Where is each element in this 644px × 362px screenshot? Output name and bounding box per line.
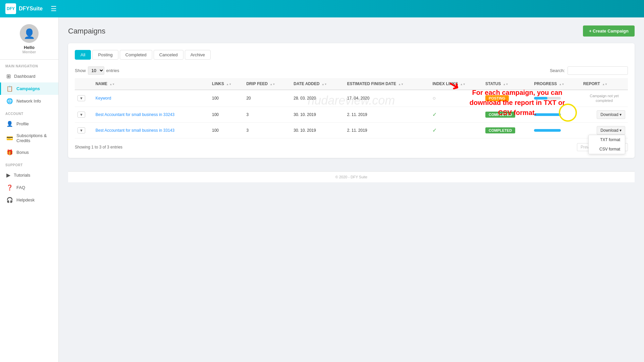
col-links[interactable]: LINKS ▲▼ <box>209 78 244 90</box>
col-estimated-finish[interactable]: ESTIMATED FINISH DATE ▲▼ <box>344 78 430 90</box>
search-label: Search: <box>550 68 565 73</box>
index-done-icon: ✓ <box>432 127 437 133</box>
sidebar-item-label: Profile <box>16 121 29 126</box>
download-button[interactable]: Download ▾ <box>597 110 625 119</box>
col-index-links[interactable]: INDEX LINKS ▲▼ <box>430 78 483 90</box>
col-status[interactable]: STATUS ▲▼ <box>483 78 531 90</box>
expand-button[interactable]: ▼ <box>77 95 85 101</box>
campaigns-table: NAME ▲▼ LINKS ▲▼ DRIP FEED ▲▼ DATE ADDED… <box>75 78 628 138</box>
csv-format-option[interactable]: CSV format <box>589 144 625 154</box>
campaign-link[interactable]: Best Accountant for small business in 33… <box>96 112 174 117</box>
drip-feed-cell: 20 <box>244 90 291 107</box>
layout: 👤 Hello Member Main Navigation ⊞ Dashboa… <box>0 17 644 362</box>
footer: © 2020 - DFY Suite <box>68 171 635 182</box>
progress-bar <box>534 129 561 132</box>
main-content: Campaigns + Create Campaign hudareview.c… <box>59 17 644 362</box>
main-nav-label: Main Navigation <box>0 60 58 70</box>
user-role: Member <box>22 50 36 54</box>
status-badge: COMPLETED <box>485 112 515 118</box>
sidebar-item-helpdesk[interactable]: 🎧 Helpdesk <box>0 194 58 206</box>
sidebar-item-label: Subscriptions & Credits <box>16 133 53 143</box>
index-done-icon: ✓ <box>432 112 437 117</box>
progress-cell <box>531 122 581 138</box>
filter-tab-completed[interactable]: Completed <box>120 50 152 60</box>
hamburger-icon[interactable]: ☰ <box>51 5 57 13</box>
index-links-cell: ✓ <box>430 107 483 122</box>
logo-text: DFYSuite <box>19 6 43 12</box>
network-icon: 🌐 <box>6 98 13 104</box>
col-progress[interactable]: PROGRESS ▲▼ <box>531 78 581 90</box>
show-label: Show <box>75 68 86 73</box>
links-cell: 100 <box>209 122 244 138</box>
pagination-section: Showing 1 to 3 of 3 entries Previous 1 N… <box>75 143 628 151</box>
progress-bar <box>534 97 561 100</box>
campaigns-card: hudareview.com All Posting Completed Can… <box>68 43 635 158</box>
index-pending-icon: ○ <box>432 95 436 101</box>
sidebar-item-label: Bonus <box>16 150 29 155</box>
sidebar-item-profile[interactable]: 👤 Profile <box>0 118 58 130</box>
table-row: ▼ Best Accountant for small business in … <box>75 107 628 122</box>
col-report: REPORT ▲▼ <box>581 78 628 90</box>
logo: DFY DFYSuite <box>5 3 43 14</box>
expand-button[interactable]: ▼ <box>77 127 85 133</box>
sidebar-item-label: FAQ <box>16 185 25 190</box>
date-added-cell: 30. 10. 2019 <box>291 107 344 122</box>
filter-tab-canceled[interactable]: Canceled <box>154 50 183 60</box>
drip-feed-cell: 3 <box>244 107 291 122</box>
sidebar-item-dashboard[interactable]: ⊞ Dashboard <box>0 70 58 82</box>
show-select[interactable]: 10 25 50 <box>88 66 104 75</box>
sidebar-item-campaigns[interactable]: 📋 Campaigns <box>0 82 58 95</box>
filter-tab-posting[interactable]: Posting <box>92 50 118 60</box>
sidebar-item-bonus[interactable]: 🎁 Bonus <box>0 146 58 159</box>
sidebar-item-network-info[interactable]: 🌐 Network Info <box>0 95 58 107</box>
entries-label: entries <box>106 68 119 73</box>
table-header-row: NAME ▲▼ LINKS ▲▼ DRIP FEED ▲▼ DATE ADDED… <box>75 78 628 90</box>
report-cell: Campaign not yetcompleted <box>581 90 628 107</box>
search-group: Search: <box>550 66 628 75</box>
page-title: Campaigns <box>68 27 105 36</box>
campaign-link[interactable]: Best Accountant for small business in 33… <box>96 128 174 133</box>
links-cell: 100 <box>209 107 244 122</box>
sidebar-item-faq[interactable]: ❓ FAQ <box>0 181 58 194</box>
search-input[interactable] <box>568 66 628 75</box>
showing-text: Showing 1 to 3 of 3 entries <box>75 145 122 149</box>
progress-cell <box>531 90 581 107</box>
sidebar-item-tutorials[interactable]: ▶ Tutorials <box>0 169 58 181</box>
create-campaign-button[interactable]: + Create Campaign <box>583 25 635 37</box>
expand-button[interactable]: ▼ <box>77 112 85 118</box>
download-button[interactable]: Download ▾ <box>597 126 625 135</box>
page-header: Campaigns + Create Campaign <box>68 25 635 37</box>
col-date-added[interactable]: DATE ADDED ▲▼ <box>291 78 344 90</box>
faq-icon: ❓ <box>6 184 13 191</box>
account-label: Account <box>0 107 58 118</box>
status-cell: COMPLETED <box>483 122 531 138</box>
filter-tab-archive[interactable]: Archive <box>185 50 211 60</box>
estimated-finish-cell: 17. 04. 2020 <box>344 90 430 107</box>
table-controls: Show 10 25 50 entries Search: <box>75 66 628 75</box>
user-name: Hello <box>24 45 35 50</box>
estimated-finish-cell: 2. 11. 2019 <box>344 107 430 122</box>
subscriptions-icon: 💳 <box>6 135 13 141</box>
sidebar-item-subscriptions[interactable]: 💳 Subscriptions & Credits <box>0 130 58 146</box>
col-drip-feed[interactable]: DRIP FEED ▲▼ <box>244 78 291 90</box>
name-cell: Keyword <box>93 90 209 107</box>
filter-tab-all[interactable]: All <box>75 50 91 60</box>
estimated-finish-cell: 2. 11. 2019 <box>344 122 430 138</box>
avatar: 👤 <box>20 24 39 43</box>
progress-fill <box>534 97 547 100</box>
sidebar-item-label: Network Info <box>16 99 41 104</box>
report-cell: Download ▾ TXT format CSV format <box>581 122 628 138</box>
col-name[interactable]: NAME ▲▼ <box>93 78 209 90</box>
avatar-section: 👤 Hello Member <box>0 17 58 60</box>
helpdesk-icon: 🎧 <box>6 197 13 203</box>
report-not-completed: Campaign not yetcompleted <box>583 94 625 103</box>
logo-icon: DFY <box>5 3 16 14</box>
index-links-cell: ○ <box>430 90 483 107</box>
profile-icon: 👤 <box>6 121 13 127</box>
sidebar: 👤 Hello Member Main Navigation ⊞ Dashboa… <box>0 17 59 362</box>
campaign-link[interactable]: Keyword <box>96 96 111 101</box>
date-added-cell: 30. 10. 2019 <box>291 122 344 138</box>
show-group: Show 10 25 50 entries <box>75 66 119 75</box>
txt-format-option[interactable]: TXT format <box>589 135 625 144</box>
col-expand <box>75 78 93 90</box>
